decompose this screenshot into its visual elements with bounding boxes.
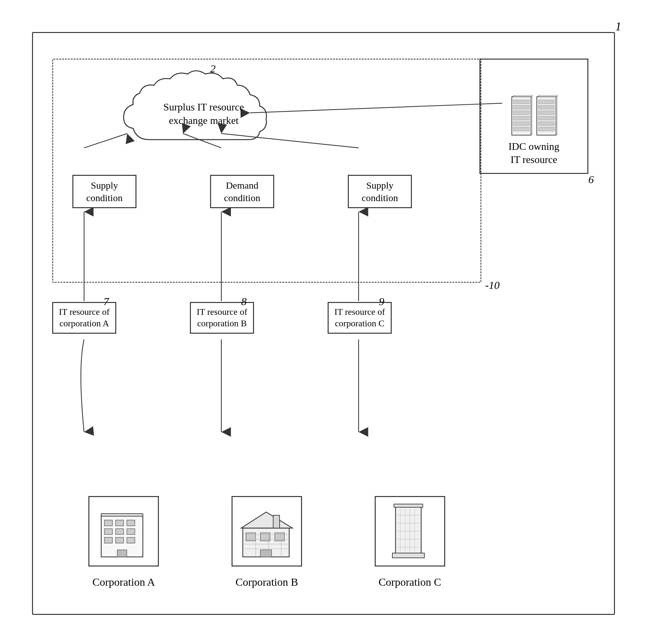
svg-rect-33	[246, 533, 255, 541]
svg-rect-19	[104, 520, 112, 526]
market-cloud: Surplus IT resource exchange market	[117, 69, 290, 159]
svg-rect-36	[260, 550, 272, 557]
svg-rect-28	[117, 550, 127, 557]
svg-rect-15	[538, 127, 554, 131]
svg-rect-25	[104, 537, 112, 543]
svg-rect-46	[392, 553, 424, 558]
svg-rect-23	[116, 529, 124, 534]
supply-condition-left-box: Supply condition	[72, 175, 136, 208]
svg-rect-5	[513, 122, 529, 125]
svg-rect-6	[513, 127, 529, 131]
diagram-container: 1 Surplus IT resource exchange market 2 …	[19, 19, 628, 628]
svg-rect-45	[394, 504, 423, 507]
svg-rect-24	[127, 529, 135, 534]
server-icon	[510, 95, 558, 137]
svg-marker-17	[556, 95, 558, 135]
corporation-a-item: Corporation A	[76, 496, 172, 588]
ref-number-7: 7	[103, 296, 109, 308]
svg-marker-7	[512, 95, 533, 97]
svg-rect-20	[116, 520, 124, 526]
corporation-a-label: Corporation A	[93, 576, 155, 588]
svg-rect-29	[101, 514, 143, 516]
idc-title: IDC owning IT resource	[508, 140, 559, 167]
corporation-c-item: Corporation C	[362, 496, 458, 588]
idc-box: IDC owning IT resource 6	[479, 59, 588, 174]
ref-number-2: 2	[210, 63, 216, 75]
corporation-b-building	[232, 496, 302, 566]
svg-marker-31	[241, 512, 293, 528]
svg-rect-12	[538, 111, 554, 115]
ref-number-10: -10	[485, 279, 500, 292]
svg-rect-11	[538, 105, 554, 109]
supply-condition-right-box: Supply condition	[348, 175, 412, 208]
demand-condition-box: Demand condition	[210, 175, 274, 208]
corporation-section: Corporation A	[52, 496, 481, 588]
svg-rect-10	[538, 100, 554, 104]
dashed-market-box: Surplus IT resource exchange market 2 Su…	[52, 59, 481, 283]
svg-rect-35	[275, 533, 285, 541]
svg-marker-8	[531, 95, 533, 135]
outer-boundary-box: Surplus IT resource exchange market 2 Su…	[32, 32, 615, 615]
svg-rect-44	[396, 506, 421, 555]
svg-rect-26	[116, 537, 124, 543]
corporation-c-building	[375, 496, 445, 566]
svg-rect-13	[538, 116, 554, 120]
ref-number-6: 6	[588, 174, 594, 186]
svg-rect-22	[104, 529, 112, 534]
corporation-b-item: Corporation B	[219, 496, 315, 588]
corporation-c-label: Corporation C	[379, 576, 441, 588]
svg-rect-1	[513, 100, 529, 104]
ref-number-8: 8	[241, 296, 247, 308]
ref-number-9: 9	[379, 296, 384, 308]
svg-rect-27	[127, 537, 135, 543]
svg-rect-14	[538, 122, 554, 125]
svg-rect-2	[513, 105, 529, 109]
svg-rect-4	[513, 116, 529, 120]
corporation-a-building	[88, 496, 159, 566]
ref-number-1: 1	[615, 19, 621, 33]
corporation-b-label: Corporation B	[235, 576, 298, 588]
svg-rect-3	[513, 111, 529, 115]
svg-marker-16	[537, 95, 558, 97]
svg-rect-21	[127, 520, 135, 526]
svg-rect-32	[273, 515, 280, 528]
